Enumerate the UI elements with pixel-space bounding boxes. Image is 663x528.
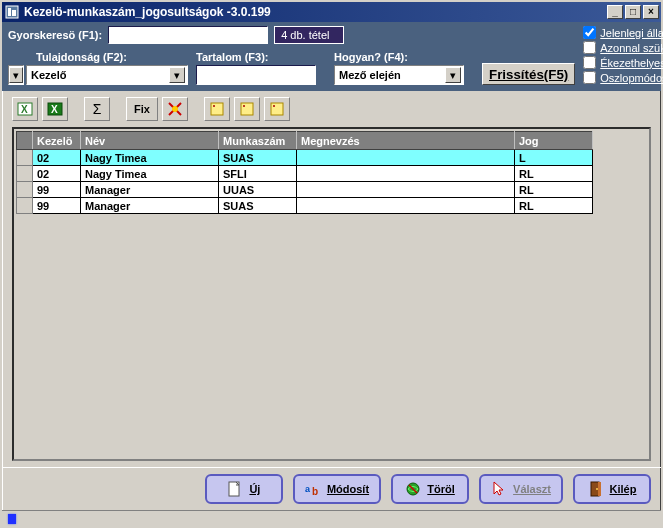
cell-jog[interactable]: RL <box>515 182 593 198</box>
svg-rect-2 <box>12 10 16 16</box>
property-prev-button[interactable]: ▾ <box>8 65 24 85</box>
note-icon <box>240 102 254 116</box>
svg-point-24 <box>596 488 598 490</box>
options-checks: Jelenlegi állapot Azonnal szükít Ékezeth… <box>583 26 663 85</box>
new-button[interactable]: Új <box>205 474 283 504</box>
col-jog[interactable]: Jog <box>515 132 593 150</box>
cell-munkaszam[interactable]: SUAS <box>219 150 297 166</box>
cell-megnevezes[interactable] <box>297 182 515 198</box>
grid-corner <box>17 132 33 150</box>
data-grid-container: Kezelö Név Munkaszám Megnevzés Jog 02 Na… <box>12 127 651 461</box>
result-count: 4 db. tétel <box>274 26 344 44</box>
content-input[interactable] <box>196 65 316 85</box>
globe-delete-icon <box>405 481 421 497</box>
tag-yellow1-button[interactable] <box>204 97 230 121</box>
svg-text:X: X <box>51 104 58 115</box>
col-nev[interactable]: Név <box>81 132 219 150</box>
svg-point-11 <box>213 105 215 107</box>
svg-text:a: a <box>305 484 311 494</box>
cell-kezelo[interactable]: 99 <box>33 198 81 214</box>
fix-label: Fix <box>134 103 150 115</box>
select-button[interactable]: Választ <box>479 474 563 504</box>
quicksearch-input[interactable] <box>108 26 268 44</box>
window-controls: _ □ × <box>607 5 659 19</box>
check-current-state-box[interactable] <box>583 26 596 39</box>
cursor-icon <box>491 481 507 497</box>
app-icon <box>4 4 20 20</box>
svg-point-15 <box>273 105 275 107</box>
sum-button[interactable]: Σ <box>84 97 110 121</box>
svg-rect-10 <box>211 103 223 115</box>
check-narrow-now[interactable]: Azonnal szükít <box>583 41 663 54</box>
svg-rect-1 <box>8 8 11 16</box>
cell-munkaszam[interactable]: UUAS <box>219 182 297 198</box>
svg-rect-14 <box>271 103 283 115</box>
excel-icon: X <box>47 101 63 117</box>
app-window: Kezelö-munkaszám_jogosultságok -3.0.199 … <box>0 0 663 528</box>
property-select-value: Kezelő <box>31 69 66 81</box>
document-icon <box>227 481 243 497</box>
col-munkaszam[interactable]: Munkaszám <box>219 132 297 150</box>
cell-munkaszam[interactable]: SFLI <box>219 166 297 182</box>
svg-text:X: X <box>21 104 28 115</box>
fix-button[interactable]: Fix <box>126 97 158 121</box>
action-bar: Új ab Módosít Töröl Választ Kilép <box>2 467 661 510</box>
check-columns[interactable]: Oszlopmódosítás <box>583 71 663 84</box>
refresh-button[interactable]: Frissítés(F5) <box>482 63 575 85</box>
note-icon <box>210 102 224 116</box>
cell-megnevezes[interactable] <box>297 166 515 182</box>
cell-megnevezes[interactable] <box>297 150 515 166</box>
row-handle[interactable] <box>17 198 33 214</box>
cell-nev[interactable]: Nagy Timea <box>81 166 219 182</box>
table-row[interactable]: 02 Nagy Timea SUAS L <box>17 150 593 166</box>
excel-icon: X <box>17 101 33 117</box>
minimize-button[interactable]: _ <box>607 5 623 19</box>
cell-nev[interactable]: Manager <box>81 182 219 198</box>
chevron-down-icon: ▾ <box>445 67 461 83</box>
table-row[interactable]: 99 Manager UUAS RL <box>17 182 593 198</box>
svg-point-9 <box>172 106 178 112</box>
check-accent-box[interactable] <box>583 56 596 69</box>
property-select[interactable]: Kezelő ▾ <box>26 65 188 85</box>
cell-jog[interactable]: L <box>515 150 593 166</box>
title-bar: Kezelö-munkaszám_jogosultságok -3.0.199 … <box>2 2 661 22</box>
cell-kezelo[interactable]: 99 <box>33 182 81 198</box>
col-kezelo[interactable]: Kezelö <box>33 132 81 150</box>
exit-button[interactable]: Kilép <box>573 474 651 504</box>
data-grid[interactable]: Kezelö Név Munkaszám Megnevzés Jog 02 Na… <box>16 131 593 214</box>
tag-yellow2-button[interactable] <box>234 97 260 121</box>
col-megnevezes[interactable]: Megnevzés <box>297 132 515 150</box>
check-columns-box[interactable] <box>583 71 596 84</box>
modify-button[interactable]: ab Módosít <box>293 474 381 504</box>
unfix-button[interactable] <box>162 97 188 121</box>
delete-button[interactable]: Töröl <box>391 474 469 504</box>
maximize-button[interactable]: □ <box>625 5 641 19</box>
cell-jog[interactable]: RL <box>515 166 593 182</box>
check-current-state[interactable]: Jelenlegi állapot <box>583 26 663 39</box>
cell-nev[interactable]: Manager <box>81 198 219 214</box>
table-row[interactable]: 99 Manager SUAS RL <box>17 198 593 214</box>
export-excel2-button[interactable]: X <box>42 97 68 121</box>
cell-megnevezes[interactable] <box>297 198 515 214</box>
row-handle[interactable] <box>17 166 33 182</box>
how-select[interactable]: Mező elején ▾ <box>334 65 464 85</box>
export-excel-button[interactable]: X <box>12 97 38 121</box>
cell-munkaszam[interactable]: SUAS <box>219 198 297 214</box>
check-narrow-now-box[interactable] <box>583 41 596 54</box>
cell-jog[interactable]: RL <box>515 198 593 214</box>
cell-nev[interactable]: Nagy Timea <box>81 150 219 166</box>
check-accent[interactable]: Ékezethelyes <box>583 56 663 69</box>
cell-kezelo[interactable]: 02 <box>33 166 81 182</box>
row-handle[interactable] <box>17 182 33 198</box>
row-handle[interactable] <box>17 150 33 166</box>
edit-ab-icon: ab <box>305 481 321 497</box>
table-row[interactable]: 02 Nagy Timea SFLI RL <box>17 166 593 182</box>
tag-yellow3-button[interactable] <box>264 97 290 121</box>
cell-kezelo[interactable]: 02 <box>33 150 81 166</box>
door-exit-icon <box>588 481 604 497</box>
how-select-value: Mező elején <box>339 69 401 81</box>
quicksearch-label: Gyorskeresö (F1): <box>8 29 102 41</box>
close-button[interactable]: × <box>643 5 659 19</box>
chevron-down-icon: ▾ <box>169 67 185 83</box>
filter-panel: Gyorskeresö (F1): 4 db. tétel Tulajdonsá… <box>2 22 661 91</box>
